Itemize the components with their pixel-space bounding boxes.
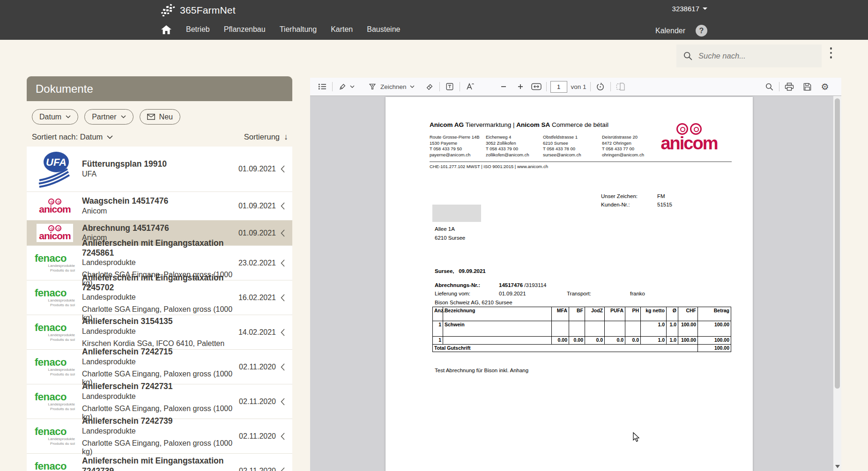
- nav-karten[interactable]: Karten: [331, 25, 353, 34]
- text-annotation-button[interactable]: [444, 81, 456, 93]
- chevron-left-icon: [281, 229, 285, 237]
- document-date: 23.02.2021: [238, 259, 276, 267]
- filter-datum-button[interactable]: Datum: [32, 109, 78, 125]
- search-input[interactable]: [698, 52, 815, 60]
- find-in-document-button[interactable]: [763, 81, 775, 93]
- user-id: 3238617: [672, 5, 699, 13]
- reference-block: Unser Zeichen:FM Kunden-Nr.:51515: [601, 192, 723, 209]
- pdf-scrollbar[interactable]: [833, 96, 841, 471]
- anicom-logo: anicom: [37, 224, 73, 242]
- help-button[interactable]: ?: [696, 25, 707, 37]
- anicom-logo-large: anicom: [656, 123, 722, 151]
- document-detail: Kirschen Kordia SGa, IFCO 6410, Paletten: [82, 339, 238, 348]
- document-partner: Landesprodukte: [82, 392, 239, 401]
- overflow-menu-button[interactable]: [827, 47, 835, 59]
- home-button[interactable]: [161, 23, 172, 36]
- document-row[interactable]: fenaco LandesprodukteProduits du sol Anl…: [27, 280, 292, 315]
- envelope-icon: [147, 114, 155, 120]
- zoom-in-button[interactable]: [514, 81, 527, 93]
- document-row[interactable]: anicom Waagschein 14517476 Anicom 01.09.…: [27, 192, 292, 221]
- settings-button[interactable]: ⚙: [819, 81, 831, 93]
- document-row[interactable]: fenaco LandesprodukteProduits du sol Anl…: [27, 454, 292, 471]
- nav-tierhaltung[interactable]: Tierhaltung: [280, 25, 317, 34]
- document-row[interactable]: UFA Fütterungsplan 19910 UFA 01.09.2021: [27, 147, 292, 192]
- gear-icon: ⚙: [821, 82, 829, 91]
- draw-tool-button[interactable]: [366, 81, 378, 93]
- document-title: Anlieferschein 7242731: [82, 382, 239, 391]
- outline-toggle-button[interactable]: [316, 81, 328, 93]
- search-icon: [683, 51, 693, 61]
- document-title: Anlieferschein 7242739: [82, 416, 239, 426]
- new-document-button[interactable]: Neu: [140, 109, 180, 125]
- chevron-left-icon: [281, 433, 285, 440]
- chevron-down-icon: [66, 115, 71, 118]
- document-partner: Landesprodukte: [82, 327, 238, 336]
- pdf-canvas-area: Anicom AG Tiervermarktung | Anicom SA Co…: [310, 96, 841, 471]
- document-title: Anlieferschein mit Eingangstaxation 7245…: [82, 273, 238, 293]
- document-title: Anlieferschein 3154135: [82, 316, 238, 326]
- print-button[interactable]: [783, 81, 795, 93]
- brand-name: 365FarmNet: [180, 5, 236, 16]
- draw-tool-label[interactable]: Zeichnen: [380, 83, 407, 90]
- settlement-meta: Abrechnungs-Nr.:14517476 //3193114319311…: [435, 281, 697, 307]
- document-date: 02.11.2020: [239, 467, 276, 471]
- ufa-logo: UFA: [32, 149, 77, 189]
- filter-partner-button[interactable]: Partner: [84, 109, 133, 125]
- scrollbar-thumb[interactable]: [835, 98, 840, 389]
- nav-pflanzenbau[interactable]: Pflanzenbau: [224, 25, 266, 34]
- eraser-tool-button[interactable]: [423, 81, 436, 93]
- fenaco-logo: fenaco LandesprodukteProduits du sol: [35, 461, 75, 471]
- save-button[interactable]: [801, 81, 813, 93]
- scroll-down-arrow[interactable]: [835, 465, 840, 468]
- highlighter-tool-button[interactable]: [336, 81, 349, 93]
- chevron-left-icon: [281, 363, 285, 371]
- nav-betrieb[interactable]: Betrieb: [186, 25, 210, 34]
- search-bar: [676, 44, 822, 67]
- home-icon: [161, 25, 171, 34]
- document-partner: Landesprodukte: [82, 357, 239, 367]
- document-row[interactable]: fenaco LandesprodukteProduits du sol Anl…: [27, 419, 292, 454]
- document-date: 01.09.2021: [238, 165, 276, 173]
- nav-kalender[interactable]: Kalender: [655, 27, 685, 35]
- fit-width-button[interactable]: [530, 81, 542, 93]
- document-partner: UFA: [82, 169, 238, 179]
- document-row[interactable]: fenaco LandesprodukteProduits du sol Anl…: [27, 384, 292, 419]
- chevron-down-icon: [107, 135, 113, 139]
- document-date: 02.11.2020: [239, 363, 276, 371]
- page-count-label: von 1: [571, 83, 586, 90]
- document-date: 01.09.2021: [238, 202, 276, 210]
- document-row[interactable]: fenaco LandesprodukteProduits du sol Anl…: [27, 315, 292, 350]
- chevron-left-icon: [281, 202, 285, 210]
- attachments-button[interactable]: [615, 81, 627, 93]
- alt-text-button[interactable]: [464, 81, 476, 93]
- fenaco-logo: fenaco LandesprodukteProduits du sol: [35, 288, 75, 307]
- nav-bausteine[interactable]: Bausteine: [367, 25, 400, 34]
- user-id-menu[interactable]: 3238617: [672, 5, 707, 13]
- document-row[interactable]: fenaco LandesprodukteProduits du sol Anl…: [27, 350, 292, 384]
- document-partner: Landesprodukte: [82, 258, 238, 267]
- company-meta-line: CHE-101.277.102 MWST | ISO 9001:2015 | w…: [430, 164, 548, 169]
- document-title: Anlieferschein mit Eingangstaxation 7242…: [82, 456, 239, 471]
- draw-dropdown[interactable]: [408, 81, 416, 93]
- table-header-row: Anz. Bezeichnung MFA BF JodZ PUFA PH kg …: [433, 307, 731, 321]
- chevron-left-icon: [281, 467, 285, 471]
- document-title: Waagschein 14517476: [82, 196, 238, 206]
- rotate-button[interactable]: [594, 81, 607, 93]
- chevron-left-icon: [281, 294, 285, 302]
- page-number-input[interactable]: [550, 81, 567, 93]
- filter-row: Datum Partner Neu: [27, 101, 292, 125]
- company-line: Anicom AG Tiervermarktung | Anicom SA Co…: [430, 121, 608, 128]
- highlighter-dropdown[interactable]: [349, 81, 356, 93]
- anicom-logo: anicom: [37, 197, 73, 215]
- table-total-row: Total Gutschrift 100.00: [433, 345, 731, 352]
- fenaco-logo: fenaco LandesprodukteProduits du sol: [35, 357, 75, 376]
- document-date: 01.09.2021: [238, 229, 276, 237]
- zoom-out-button[interactable]: [497, 81, 510, 93]
- sort-direction-label: Sortierung: [244, 132, 280, 141]
- sort-direction-toggle[interactable]: Sortierung ↓: [244, 132, 288, 142]
- document-date: 02.11.2020: [239, 397, 276, 406]
- panel-title: Dokumente: [36, 82, 93, 96]
- sorted-by-dropdown[interactable]: Sortiert nach: Datum: [32, 132, 113, 141]
- document-partner: Landesprodukte: [82, 293, 238, 302]
- documents-panel: Dokumente Datum Partner Neu Sortiert nac…: [27, 76, 292, 471]
